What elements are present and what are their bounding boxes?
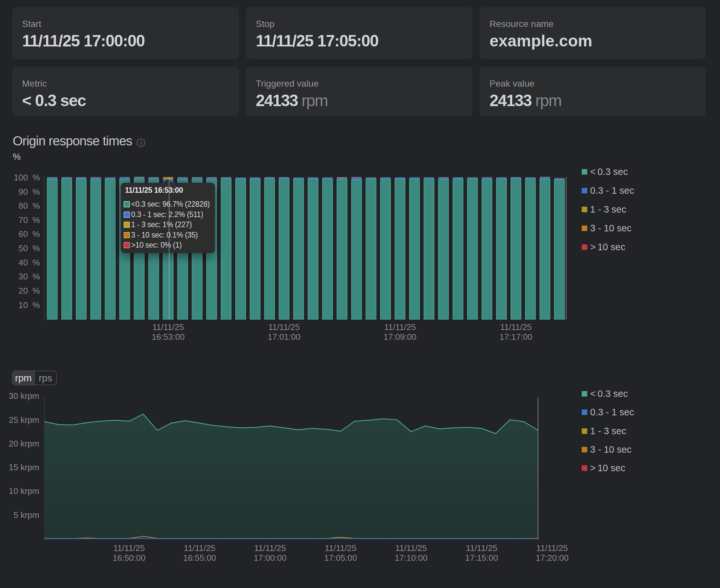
svg-text:17:09:00: 17:09:00 [384, 332, 416, 342]
svg-text:10 krpm: 10 krpm [9, 486, 39, 496]
svg-text:11/11/25: 11/11/25 [184, 543, 215, 553]
svg-text:17:10:00: 17:10:00 [395, 553, 428, 563]
svg-text:15 krpm: 15 krpm [9, 462, 39, 472]
svg-text:17:01:00: 17:01:00 [267, 332, 300, 342]
svg-text:%: % [33, 229, 40, 239]
svg-text:17:20:00: 17:20:00 [536, 553, 569, 563]
svg-text:11/11/25: 11/11/25 [466, 543, 497, 553]
svg-text:11/11/25: 11/11/25 [152, 322, 184, 332]
svg-text:%: % [33, 173, 40, 182]
svg-text:25 krpm: 25 krpm [9, 415, 39, 425]
svg-text:11/11/25: 11/11/25 [254, 543, 286, 553]
svg-text:16:50:00: 16:50:00 [112, 553, 145, 563]
svg-text:50: 50 [19, 244, 28, 253]
svg-text:5 krpm: 5 krpm [14, 510, 39, 520]
svg-text:%: % [33, 201, 40, 211]
svg-text:10: 10 [19, 300, 28, 310]
svg-text:60: 60 [19, 229, 28, 239]
svg-text:40: 40 [19, 258, 28, 267]
svg-text:20: 20 [19, 286, 28, 296]
svg-text:11/11/25: 11/11/25 [325, 543, 356, 553]
svg-text:%: % [33, 244, 40, 253]
svg-text:30: 30 [19, 272, 28, 281]
svg-text:%: % [33, 272, 40, 281]
svg-text:17:00:00: 17:00:00 [253, 553, 286, 563]
svg-text:17:17:00: 17:17:00 [499, 332, 532, 342]
svg-text:17:05:00: 17:05:00 [324, 553, 357, 563]
svg-text:16:53:00: 16:53:00 [151, 332, 184, 342]
svg-text:%: % [33, 300, 40, 310]
svg-text:%: % [33, 258, 40, 267]
svg-text:%: % [33, 286, 40, 296]
svg-text:30 krpm: 30 krpm [9, 391, 39, 401]
svg-text:11/11/25: 11/11/25 [384, 322, 416, 332]
svg-text:70: 70 [19, 215, 28, 225]
svg-text:11/11/25: 11/11/25 [113, 543, 145, 553]
svg-text:11/11/25: 11/11/25 [395, 543, 427, 553]
svg-text:11/11/25: 11/11/25 [536, 543, 568, 553]
svg-text:%: % [33, 215, 40, 225]
svg-text:%: % [33, 187, 40, 197]
svg-text:11/11/25: 11/11/25 [268, 322, 300, 332]
svg-text:90: 90 [19, 187, 28, 197]
svg-text:100: 100 [14, 173, 28, 182]
svg-text:11/11/25: 11/11/25 [500, 322, 532, 332]
svg-text:17:15:00: 17:15:00 [465, 553, 498, 563]
svg-text:80: 80 [19, 201, 28, 211]
svg-text:20 krpm: 20 krpm [9, 439, 39, 448]
svg-text:16:55:00: 16:55:00 [183, 553, 216, 563]
